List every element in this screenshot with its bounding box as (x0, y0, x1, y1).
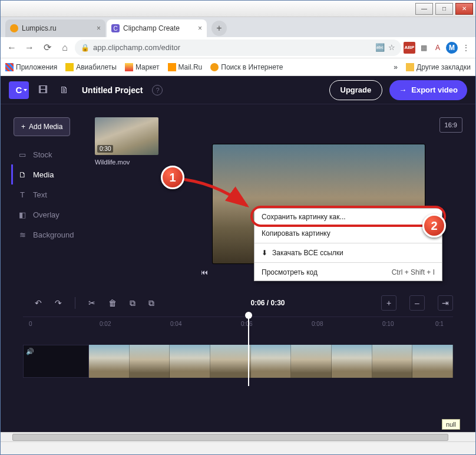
bookmark-item[interactable]: Маркет (125, 63, 160, 71)
sidebar-item-background[interactable]: ≋Background (11, 225, 82, 245)
ruler-tick: 0 (29, 321, 32, 327)
video-clip[interactable] (89, 345, 453, 378)
bookmark-item[interactable]: Авиабилеты (65, 63, 117, 71)
clip-frame (210, 345, 251, 378)
tab-clipchamp[interactable]: C Clipchamp Create × (107, 19, 207, 37)
overlay-icon: ◧ (18, 210, 27, 219)
new-tab-button[interactable]: + (211, 21, 227, 36)
window-maximize-button[interactable]: □ (435, 3, 453, 15)
address-bar: ← → ⟳ ⌂ 🔒 app.clipchamp.com/editor 🔤 ☆ A… (1, 37, 475, 58)
preview-prev-button[interactable]: ⏮ (201, 268, 208, 276)
paste-button[interactable]: ⧉ (148, 298, 154, 308)
export-arrow-icon: → (399, 85, 406, 94)
bookmarks-bar: Приложения Авиабилеты Маркет Mail.Ru Пои… (1, 58, 475, 76)
window-close-button[interactable]: ✕ (455, 3, 473, 15)
ctx-separator (254, 243, 442, 243)
close-icon[interactable]: × (97, 24, 101, 32)
clip-frame (170, 345, 210, 378)
timeline-track[interactable]: 🔊 (23, 345, 453, 378)
background-icon: ≋ (18, 230, 27, 239)
bookmark-icon (210, 63, 219, 71)
upgrade-button[interactable]: Upgrade (329, 80, 383, 100)
keyboard-shortcut: Ctrl + Shift + I (392, 268, 435, 276)
zoom-out-button[interactable]: – (409, 295, 425, 311)
browser-menu-button[interactable]: ⋮ (460, 42, 472, 54)
horizontal-scrollbar[interactable] (1, 432, 475, 441)
scrollbar-thumb[interactable] (12, 434, 448, 441)
undo-button[interactable]: ↶ (35, 298, 42, 308)
thumbnail-duration: 0:30 (97, 145, 113, 153)
aspect-ratio-button[interactable]: 16:9 (439, 117, 462, 133)
sidebar-item-stock[interactable]: ▭Stock (11, 144, 82, 164)
zoom-fit-button[interactable]: ⇥ (438, 295, 453, 311)
media-icon: 🗋 (18, 170, 27, 179)
bookmark-icon (168, 63, 176, 71)
ruler-tick: 0:06 (241, 321, 252, 327)
tab-lumpics[interactable]: Lumpics.ru × (5, 19, 105, 37)
omnibox[interactable]: 🔒 app.clipchamp.com/editor 🔤 ☆ (75, 39, 401, 56)
zoom-in-button[interactable]: + (381, 295, 396, 311)
app-logo[interactable]: C (9, 81, 29, 99)
document-icon[interactable]: 🗎 (57, 83, 71, 97)
apps-button[interactable]: Приложения (5, 63, 57, 71)
nav-back-button[interactable]: ← (4, 40, 19, 55)
split-button[interactable]: ✂ (88, 298, 95, 308)
clip-frame (412, 345, 453, 378)
sidebar-item-media[interactable]: 🗋Media (11, 164, 82, 184)
favicon-clipchamp: C (111, 24, 120, 32)
sidebar-item-overlay[interactable]: ◧Overlay (11, 205, 82, 225)
media-thumbnail[interactable]: 0:30 Wildlife.mov (95, 117, 158, 166)
playhead[interactable] (248, 315, 249, 386)
url-text: app.clipchamp.com/editor (93, 43, 180, 52)
timeline-ruler[interactable]: 0 0:02 0:04 0:06 0:08 0:10 0:1 (23, 316, 453, 333)
ruler-tick: 0:02 (100, 321, 111, 327)
sidebar-item-text[interactable]: TText (11, 184, 82, 205)
window-status-bar (1, 441, 475, 454)
other-bookmarks[interactable]: Другие закладки (406, 63, 471, 71)
nav-reload-button[interactable]: ⟳ (39, 40, 55, 55)
bookmark-item[interactable]: Mail.Ru (168, 63, 203, 71)
ruler-tick: 0:04 (170, 321, 181, 327)
delete-button[interactable]: 🗑 (108, 298, 117, 308)
bookmark-item[interactable]: Поиск в Интернете (210, 63, 283, 71)
redo-button[interactable]: ↷ (55, 298, 62, 308)
download-icon: ⬇ (262, 249, 267, 257)
tooltip-null: null (442, 419, 460, 430)
audio-toggle[interactable]: 🔊 (23, 345, 89, 378)
ctx-inspect[interactable]: Просмотреть кодCtrl + Shift + I (254, 264, 442, 281)
sidebar: ▭Stock 🗋Media TText ◧Overlay ≋Background (11, 144, 82, 245)
stock-icon: ▭ (18, 150, 27, 159)
apps-icon (5, 63, 14, 71)
favicon-lumpics (10, 24, 18, 32)
clipchamp-app: C 🎞 🗎 Untitled Project ? Upgrade → Expor… (1, 76, 475, 441)
help-button[interactable]: ? (152, 85, 163, 95)
speaker-icon: 🔊 (26, 348, 34, 355)
profile-avatar[interactable]: M (446, 42, 458, 54)
clip-frame (372, 345, 413, 378)
lock-icon: 🔒 (81, 44, 90, 52)
bookmarks-overflow[interactable]: » (394, 63, 398, 71)
ctx-download-all-links[interactable]: ⬇Закачать ВСЕ ссылки (254, 245, 442, 261)
app-top-bar: C 🎞 🗎 Untitled Project ? Upgrade → Expor… (1, 76, 475, 104)
copy-button[interactable]: ⧉ (130, 298, 135, 308)
project-title[interactable]: Untitled Project (82, 85, 143, 95)
text-icon: T (18, 190, 27, 199)
add-media-button[interactable]: + Add Media (14, 117, 70, 136)
ctx-save-image-as[interactable]: Сохранить картинку как... (254, 209, 442, 225)
clip-frame (251, 345, 292, 378)
star-icon[interactable]: ☆ (388, 43, 395, 52)
extension-icon[interactable]: ▦ (418, 42, 429, 54)
translate-icon[interactable]: 🔤 (375, 43, 385, 52)
close-icon[interactable]: × (198, 24, 202, 32)
tab-title: Lumpics.ru (22, 24, 57, 32)
video-icon[interactable]: 🎞 (36, 83, 50, 97)
window-minimize-button[interactable]: — (415, 3, 433, 15)
extension-pdf-icon[interactable]: A (432, 42, 444, 54)
nav-home-button[interactable]: ⌂ (57, 40, 72, 55)
nav-forward-button[interactable]: → (22, 40, 37, 55)
extension-abp-icon[interactable]: ABP (404, 42, 415, 54)
bookmark-icon (65, 63, 74, 71)
ctx-copy-image[interactable]: Копировать картинку (254, 225, 442, 242)
clip-frame (291, 345, 332, 378)
export-video-button[interactable]: → Export video (389, 80, 467, 100)
